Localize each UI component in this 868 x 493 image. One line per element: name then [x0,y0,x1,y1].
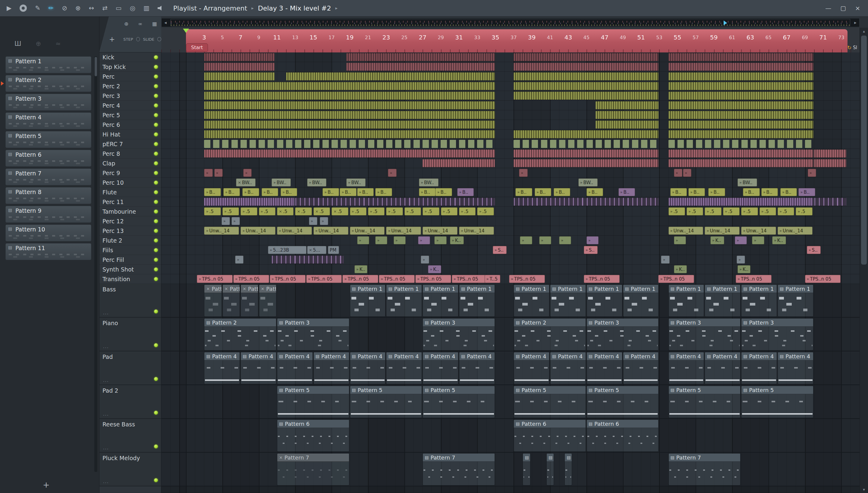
pattern-clip[interactable]: ▤Pattern 3 [586,318,659,350]
mute-led[interactable] [154,200,158,204]
clip-segment[interactable] [669,72,813,81]
clip-segment[interactable] [514,53,658,61]
audio-clip[interactable]: »Unw.._14 [669,227,703,235]
audio-clip[interactable]: »BW.. [738,178,757,187]
audio-clip[interactable]: » [243,169,252,177]
audio-clip[interactable]: »TPS..n 05 [584,275,620,283]
track-header[interactable]: Hi Hat [100,130,161,139]
audio-clip[interactable]: »B.. [586,188,603,196]
breadcrumb-arrow-icon[interactable]: ▸ [335,5,338,11]
track-header[interactable]: Transition [100,274,161,284]
pattern-clip[interactable]: ▤Pattern 4 [204,352,240,384]
audio-clip[interactable]: » [674,169,682,177]
select-tool-icon[interactable]: ▭ [116,0,122,17]
add-track-button[interactable]: + [109,35,115,43]
pattern-clip[interactable]: ▤Pattern 3 [277,318,349,350]
pattern-clip[interactable]: ×Pattern 1 [222,284,240,317]
audio-clip[interactable]: »T..5 [485,275,500,283]
track-header[interactable]: Pluck Melody... [100,453,161,486]
clip-segment[interactable] [204,198,295,206]
audio-clip[interactable]: »B.. [761,188,778,196]
picker-panel-icon[interactable]: Ш [15,40,21,47]
start-marker[interactable]: Start [186,43,208,52]
audio-clip[interactable]: » [421,256,429,264]
pattern-clip[interactable]: ▤Pattern 4 [240,352,276,384]
mute-led[interactable] [154,94,158,98]
track-options[interactable]: ... [103,310,109,315]
pattern-clip[interactable]: ▤ [546,453,554,486]
track-header[interactable]: Perc 5 [100,110,161,120]
audio-clip[interactable]: »Unw.._14 [350,227,385,235]
audio-clip[interactable]: »Unw.._14 [386,227,421,235]
audio-clip[interactable]: »TPS..n 05 [342,275,378,283]
audio-clip[interactable]: »S.. [584,246,598,254]
close-button[interactable]: × [855,4,860,12]
clip-segment[interactable] [514,140,658,148]
pattern-clip[interactable]: ▤Pattern 1 [586,284,622,317]
audio-clip[interactable]: » [357,236,369,244]
mute-led[interactable] [154,343,158,347]
track-header[interactable]: Piano... [100,318,161,351]
audio-clip[interactable]: »Unw.._14 [277,227,312,235]
pattern-clip[interactable]: ▤Pattern 1 [514,284,549,317]
audio-clip[interactable]: »B.. [204,188,221,196]
clip-segment[interactable] [204,92,495,100]
audio-clip[interactable]: »Unw.._14 [704,227,740,235]
clip-segment[interactable] [814,149,846,157]
pattern-clip[interactable]: ×Pattern 1 [259,284,276,317]
audio-clip[interactable]: »B.. [535,188,551,196]
clip-segment[interactable] [669,198,813,206]
audio-clip[interactable]: »B.. [457,188,474,196]
pattern-clip[interactable]: ▤Pattern 4 [550,352,586,384]
pattern-list-item[interactable]: ▤Pattern 9 [5,206,91,223]
track-header[interactable]: Flute [100,188,161,197]
audio-clip[interactable]: » [204,169,213,177]
audio-clip[interactable]: »Unw.._14 [778,227,812,235]
audio-clip[interactable]: ×.5 [331,207,348,215]
audio-clip[interactable]: »B.. [743,188,760,196]
pattern-list-item[interactable]: ▤Pattern 5 [5,131,91,148]
scroll-right-icon[interactable]: ▸ [851,18,859,27]
track-header[interactable]: Flute 2 [100,236,161,245]
audio-clip[interactable]: »B.. [708,188,725,196]
audio-clip[interactable]: »Unw.._14 [313,227,348,235]
pattern-clip[interactable]: ▤Pattern 4 [277,352,313,384]
track-header[interactable]: Perc 9 [100,168,161,178]
track-header[interactable]: Kick [100,52,161,62]
vertical-scrollbar-thumb[interactable] [861,36,867,264]
pattern-clip[interactable]: ▤Pattern 4 [422,352,458,384]
pattern-list-item[interactable]: ▤Pattern 10 [5,224,91,241]
mute-led[interactable] [154,180,158,185]
slip-tool-icon[interactable]: ↔ [89,0,94,17]
audio-clip[interactable]: » [434,236,447,244]
mute-led[interactable] [154,210,158,213]
audio-clip[interactable]: »B.. [670,188,687,196]
track-header[interactable]: Synth Shot [100,264,161,274]
clip-segment[interactable] [204,82,495,90]
panoramic-thumb[interactable] [171,19,850,26]
mute-led[interactable] [154,161,158,165]
track-header[interactable]: Pad... [100,351,161,385]
pattern-clip[interactable]: ▤Pattern 5 [741,386,813,418]
clip-segment[interactable] [814,159,846,167]
mute-led[interactable] [154,103,158,107]
pattern-clip[interactable]: ▤Pattern 4 [313,352,349,384]
pattern-clip[interactable]: ▤Pattern 5 [277,386,349,418]
minimize-button[interactable]: — [825,4,831,12]
audio-clip[interactable]: »BW.. [419,178,438,187]
audio-clip[interactable]: »5...23B [268,246,306,254]
pattern-clip[interactable]: ▤Pattern 1 [669,284,704,317]
audio-clip[interactable]: » [520,236,532,244]
audio-clip[interactable]: ».5 [222,207,239,215]
audio-clip[interactable]: »B.. [780,188,797,196]
audio-clip[interactable]: »TPS..n 05 [306,275,342,283]
pattern-clip[interactable]: ▤Pattern 4 [514,352,549,384]
audio-clip[interactable]: » [539,236,551,244]
scroll-up-icon[interactable]: ▴ [860,29,868,34]
pattern-clip[interactable]: ▤Pattern 5 [350,386,422,418]
clip-segment[interactable] [204,53,275,61]
clip-segment[interactable] [814,198,846,206]
pattern-clip[interactable]: ▤Pattern 4 [459,352,495,384]
track-header[interactable]: Perc 6 [100,120,161,130]
clip-segment[interactable] [669,130,813,138]
